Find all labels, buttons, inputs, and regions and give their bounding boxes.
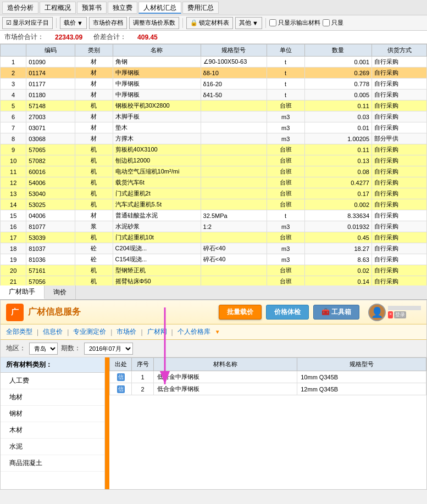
nav-info-price[interactable]: 信息价 [43, 327, 63, 337]
data-table-container[interactable]: 编码 类别 名称 规格型号 单位 数量 供货方式 1 01090 材 角钢 ∠9… [0, 44, 427, 285]
nav-measure-price[interactable]: 专业测定价 [73, 327, 106, 337]
category-item[interactable]: 水泥 [1, 439, 104, 455]
zaijia-button[interactable]: 载价 ▼ [60, 17, 87, 29]
row-code: 01174 [26, 68, 75, 79]
row-num: 4 [1, 89, 26, 100]
nav-tab-feiyong[interactable]: 费用汇总 [182, 2, 219, 14]
table-row[interactable]: 12 54006 机 载货汽车6t 台班 0.4277 自行采购 [1, 177, 427, 188]
table-row[interactable]: 20 57161 机 型钢矫正机 台班 0.02 自行采购 [1, 265, 427, 276]
region-label: 地区： [6, 344, 26, 353]
nav-tab-rencaiji[interactable]: 人材机汇总 [138, 2, 181, 14]
row-spec: 碎石<40 [201, 254, 267, 265]
row-type: 机 [75, 232, 113, 243]
row-unit: m3 [267, 122, 304, 133]
row-supply: 自行采购 [372, 276, 427, 286]
table-row[interactable]: 17 53039 机 门式起重机10t 台班 0.45 自行采购 [1, 232, 427, 243]
nav-all-types[interactable]: 全部类型 [6, 327, 32, 337]
table-row[interactable]: 4 01180 材 中厚钢板 δ41-50 t 0.005 自行采购 [1, 89, 427, 100]
row-supply: 自行采购 [372, 68, 427, 79]
category-item[interactable]: 地材 [1, 389, 104, 406]
show-only-checkbox[interactable] [323, 19, 330, 26]
row-unit: t [267, 79, 304, 89]
row-qty: 0.11 [304, 144, 371, 155]
data-panel-row[interactable]: 信 1 低合金中厚钢板 10mm Q345B [110, 371, 426, 383]
adjust-market-button[interactable]: 调整市场价系数 [129, 17, 179, 29]
row-unit: 台班 [267, 177, 304, 188]
table-row[interactable]: 6 27003 材 木脚手板 m3 0.03 自行采购 [1, 111, 427, 122]
batch-price-button[interactable]: 批量载价 [219, 305, 262, 320]
category-item[interactable]: 钢材 [1, 406, 104, 422]
table-row[interactable]: 15 04006 材 普通硅酸盐水泥 32.5MPa t 8.33634 自行采… [1, 210, 427, 221]
data-panel-row[interactable]: 信 2 低合金中厚钢板 12mm Q345B [110, 383, 426, 395]
table-row[interactable]: 1 01090 材 角钢 ∠90-100X50-63 t 0.001 自行采购 [1, 57, 427, 68]
row-qty: 0.45 [304, 232, 371, 243]
row-type: 机 [75, 100, 113, 111]
row-num: 13 [1, 188, 26, 199]
row-spec [201, 155, 267, 166]
lock-table-button[interactable]: 🔒 锁定材料表 [186, 17, 233, 29]
price-check-button[interactable]: 价格体检 [266, 305, 309, 320]
table-row[interactable]: 14 53025 机 汽车式起重机5.5t 台班 0.002 自行采购 [1, 199, 427, 210]
row-num: 11 [1, 166, 26, 177]
table-row[interactable]: 9 57065 机 剪板机40X3100 台班 0.11 自行采购 [1, 144, 427, 155]
row-name: 电动空气压缩机10m²/mi [113, 166, 201, 177]
lock-icon: 🔒 [190, 19, 198, 26]
tab-xunjia[interactable]: 询价 [45, 285, 76, 299]
row-qty: 0.14 [304, 276, 371, 286]
nav-tab-yusuan[interactable]: 预算书 [77, 2, 107, 14]
gc-logo-text: 广 [11, 307, 19, 317]
table-row[interactable]: 10 57082 机 刨边机12000 台班 0.13 自行采购 [1, 155, 427, 166]
table-row[interactable]: 2 01174 材 中厚钢板 δ8-10 t 0.269 自行采购 [1, 68, 427, 79]
table-row[interactable]: 19 81036 砼 C154现浇... 碎石<40 m3 8.63 自行采购 [1, 254, 427, 265]
show-items-button[interactable]: ☑ 显示对应子目 [2, 17, 53, 29]
row-num: 1 [1, 57, 26, 68]
row-type: 机 [75, 144, 113, 155]
other-button[interactable]: 其他 ▼ [235, 17, 262, 29]
nav-personal-price[interactable]: 个人价格库 [178, 327, 210, 337]
row-unit: 台班 [267, 232, 304, 243]
table-row[interactable]: 3 01177 材 中厚钢板 δ16-20 t 0.778 自行采购 [1, 79, 427, 89]
table-row[interactable]: 21 57056 机 摇臂钻床Φ50 台班 0.14 自行采购 [1, 276, 427, 286]
nav-tab-gongcheng[interactable]: 工程概况 [40, 2, 76, 14]
period-select[interactable]: 2016年07月 [84, 343, 133, 355]
row-supply: 自行采购 [372, 57, 427, 68]
info-icon[interactable]: 信 [117, 385, 125, 393]
row-code: 01180 [26, 89, 75, 100]
table-row[interactable]: 11 60016 机 电动空气压缩机10m²/mi 台班 0.08 自行采购 [1, 166, 427, 177]
table-row[interactable]: 5 57148 机 钢板校平机30X2800 台班 0.11 自行采购 [1, 100, 427, 111]
table-row[interactable]: 13 53040 机 门式起重机2t 台班 0.17 自行采购 [1, 188, 427, 199]
tab-guangcai[interactable]: 广材助手 [0, 285, 45, 299]
nav-tab-duli[interactable]: 独立费 [108, 2, 137, 14]
row-name: 普通硅酸盐水泥 [113, 210, 201, 221]
table-row[interactable]: 7 03071 材 垫木 m3 0.01 自行采购 [1, 122, 427, 133]
row-spec: 32.5MPa [201, 210, 267, 221]
row-code: 54006 [26, 177, 75, 188]
row-name: 摇臂钻床Φ50 [113, 276, 201, 286]
row-qty: 0.778 [304, 79, 371, 89]
row-name: 中厚钢板 [113, 79, 201, 89]
market-save-button[interactable]: 市场价存档 [89, 17, 127, 29]
row-num: 14 [1, 199, 26, 210]
dp-col-num: 序号 [132, 358, 154, 371]
category-scrollbar[interactable] [105, 357, 109, 489]
row-name: 汽车式起重机5.5t [113, 199, 201, 210]
category-item[interactable]: 商品混凝土 [1, 455, 104, 472]
toolbox-button[interactable]: 🧰 工具箱 [313, 305, 359, 320]
row-code: 60016 [26, 166, 75, 177]
region-select[interactable]: 青岛 [29, 343, 58, 355]
category-item[interactable]: 人工费 [1, 373, 104, 389]
nav-tab-zaojia[interactable]: 造价分析 [2, 2, 38, 14]
col-qty: 数量 [304, 44, 371, 57]
row-name: 型钢矫正机 [113, 265, 201, 276]
category-item[interactable]: 木材 [1, 422, 104, 439]
table-row[interactable]: 8 03068 材 方撑木 m3 1.00205 部分甲供 [1, 133, 427, 144]
row-code: 01177 [26, 79, 75, 89]
table-row[interactable]: 18 81037 砼 C204现浇... 碎石<40 m3 18.27 自行采购 [1, 243, 427, 254]
nav-market-price[interactable]: 市场价 [117, 327, 136, 337]
table-row[interactable]: 16 81077 浆 水泥砂浆 1:2 m3 0.01932 自行采购 [1, 221, 427, 232]
col-code: 编码 [26, 44, 75, 57]
show-output-checkbox[interactable] [269, 19, 276, 26]
nav-gc-net[interactable]: 广材网 [147, 327, 167, 337]
info-icon[interactable]: 信 [117, 373, 125, 381]
row-name: 方撑木 [113, 133, 201, 144]
